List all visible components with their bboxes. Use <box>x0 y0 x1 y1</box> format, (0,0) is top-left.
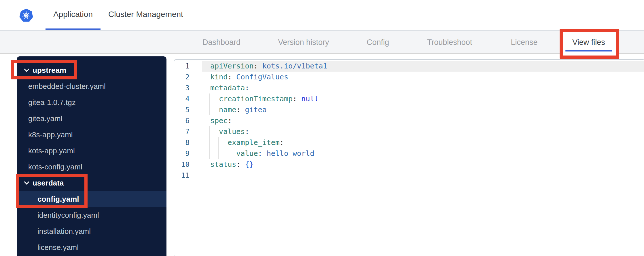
tree-file-installation-yaml[interactable]: installation.yaml <box>17 223 166 239</box>
kubernetes-logo-icon <box>19 8 33 23</box>
code-line-content: metadata: <box>202 83 644 93</box>
file-label: gitea-1.0.7.tgz <box>28 98 76 107</box>
code-line-content <box>202 170 644 181</box>
file-label: config.yaml <box>37 195 79 204</box>
file-label: embedded-cluster.yaml <box>28 82 106 91</box>
code-line: 6 spec: <box>174 115 644 126</box>
tree-file-embedded-cluster-yaml[interactable]: embedded-cluster.yaml <box>17 78 166 94</box>
indent-guide <box>209 93 210 104</box>
nav-tab-license[interactable]: License <box>511 31 537 53</box>
nav-tab-view-files[interactable]: View files <box>572 31 605 53</box>
nav-tab-dashboard[interactable]: Dashboard <box>202 31 240 53</box>
indent-guide <box>227 148 227 159</box>
code-line-content: spec: <box>202 115 644 126</box>
tree-file-identityconfig-yaml[interactable]: identityconfig.yaml <box>17 207 166 223</box>
line-number: 10 <box>174 159 202 170</box>
code-line: 3 metadata: <box>174 83 644 93</box>
code-line-content: values: <box>202 126 644 137</box>
code-line: 1 apiVersion: kots.io/v1beta1 <box>174 61 644 72</box>
file-label: identityconfig.yaml <box>37 211 99 220</box>
file-tree-sidebar: upstream embedded-cluster.yaml gitea-1.0… <box>17 56 166 256</box>
indent-guide <box>209 137 210 148</box>
kots-admin-console: ApplicationCluster Management DashboardV… <box>0 0 644 256</box>
code-line-content: value: hello world <box>202 148 644 159</box>
code-line-content: apiVersion: kots.io/v1beta1 <box>202 61 644 72</box>
file-label: kots-app.yaml <box>28 146 75 155</box>
header-tab-application[interactable]: Application <box>46 0 101 30</box>
code-line: 9 value: hello world <box>174 148 644 159</box>
line-number: 5 <box>174 104 202 115</box>
indent-guide <box>209 104 210 115</box>
indent-guide <box>209 126 210 137</box>
code-line-content: name: gitea <box>202 104 644 115</box>
tree-file-gitea-1-0-7-tgz[interactable]: gitea-1.0.7.tgz <box>17 94 166 110</box>
file-label: gitea.yaml <box>28 114 62 123</box>
indent-guide <box>218 137 219 148</box>
code-line: 11 <box>174 170 644 181</box>
file-content-editor[interactable]: 1 apiVersion: kots.io/v1beta1 2 kind: Co… <box>174 59 644 256</box>
chevron-down-icon[interactable] <box>24 66 29 72</box>
line-number: 4 <box>174 93 202 104</box>
code-line-content: status: {} <box>202 159 644 170</box>
file-label: license.yaml <box>37 243 79 252</box>
code-line: 10 status: {} <box>174 159 644 170</box>
line-number: 2 <box>174 72 202 83</box>
nav-tab-troubleshoot[interactable]: Troubleshoot <box>427 31 472 53</box>
code-line: 7 values: <box>174 126 644 137</box>
active-tab-underline <box>565 50 612 51</box>
tree-folder-userdata[interactable]: userdata <box>17 175 166 191</box>
code-line: 4 creationTimestamp: null <box>174 93 644 104</box>
file-label: kots-config.yaml <box>28 163 82 171</box>
app-subnav: DashboardVersion historyConfigTroublesho… <box>0 31 644 54</box>
app-header: ApplicationCluster Management <box>0 0 644 31</box>
file-label: k8s-app.yaml <box>28 130 73 139</box>
indent-guide <box>209 148 210 159</box>
code-line: 2 kind: ConfigValues <box>174 72 644 83</box>
line-number: 8 <box>174 137 202 148</box>
header-tabs: ApplicationCluster Management <box>46 0 191 30</box>
code-line: 5 name: gitea <box>174 104 644 115</box>
indent-guide <box>218 148 219 159</box>
line-number: 11 <box>174 170 202 181</box>
line-number: 9 <box>174 148 202 159</box>
tree-file-license-yaml[interactable]: license.yaml <box>17 239 166 255</box>
code-line-content: creationTimestamp: null <box>202 93 644 104</box>
tree-file-kots-app-yaml[interactable]: kots-app.yaml <box>17 143 166 159</box>
code-line-content: example_item: <box>202 137 644 148</box>
line-number: 7 <box>174 126 202 137</box>
code-line-content: kind: ConfigValues <box>202 72 644 83</box>
folder-label: userdata <box>33 179 64 188</box>
line-number: 6 <box>174 115 202 126</box>
tree-file-k8s-app-yaml[interactable]: k8s-app.yaml <box>17 127 166 143</box>
nav-tab-config[interactable]: Config <box>367 31 389 53</box>
file-label: installation.yaml <box>37 227 91 236</box>
header-tab-cluster-management[interactable]: Cluster Management <box>101 0 191 30</box>
tree-file-config-yaml[interactable]: config.yaml <box>17 191 166 207</box>
folder-label: upstream <box>33 66 66 75</box>
tree-file-kots-config-yaml[interactable]: kots-config.yaml <box>17 159 166 175</box>
line-number: 1 <box>174 61 202 72</box>
tree-folder-upstream[interactable]: upstream <box>17 62 166 78</box>
chevron-down-icon[interactable] <box>24 179 29 184</box>
code-line: 8 example_item: <box>174 137 644 148</box>
nav-tab-version-history[interactable]: Version history <box>278 31 329 53</box>
line-number: 3 <box>174 83 202 93</box>
tree-file-gitea-yaml[interactable]: gitea.yaml <box>17 110 166 127</box>
